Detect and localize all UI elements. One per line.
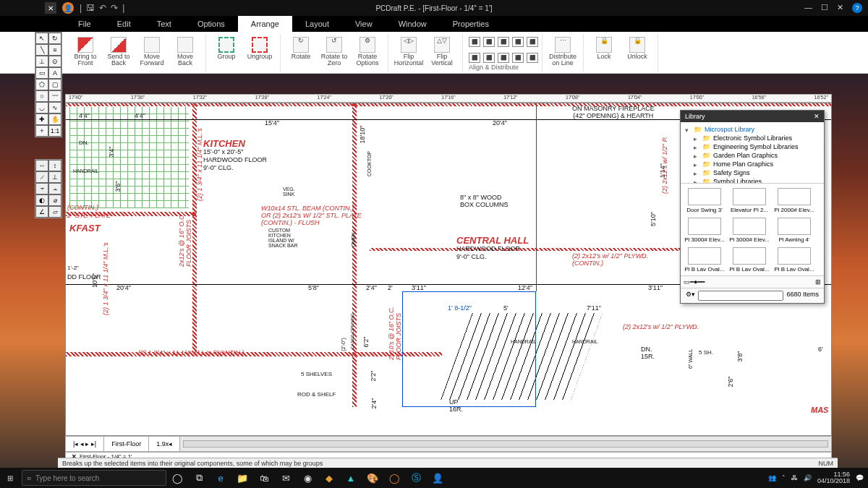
- rad-dim-tool[interactable]: ◐: [35, 194, 48, 206]
- ang-dim-tool[interactable]: ∠: [35, 206, 48, 218]
- menu-file[interactable]: File: [65, 16, 104, 32]
- thumb-item[interactable]: Pl 3000# Elev...: [728, 216, 770, 243]
- group-button[interactable]: Group: [212, 37, 241, 60]
- move-forward-button[interactable]: Move Forward: [137, 37, 166, 67]
- network-icon[interactable]: 🖧: [791, 474, 798, 481]
- chain-dim-tool[interactable]: ⫟: [35, 183, 48, 194]
- chrome-icon[interactable]: ◉: [299, 470, 315, 486]
- thumb-item[interactable]: Pl B Lav Oval...: [773, 246, 815, 273]
- multi-line-tool[interactable]: ≡: [48, 44, 61, 56]
- library-close-button[interactable]: ✕: [814, 113, 820, 120]
- start-button[interactable]: ⊞: [0, 468, 20, 488]
- align-bottom-button[interactable]: ⬛: [469, 53, 480, 63]
- rotate-zero-button[interactable]: ↺Rotate to Zero: [320, 37, 349, 67]
- slope-dim-tool[interactable]: ⟋: [35, 171, 48, 183]
- library-search-input[interactable]: [698, 291, 783, 301]
- hand-tool[interactable]: ✋: [48, 114, 61, 125]
- app-icon-2[interactable]: ▲: [343, 470, 359, 486]
- taskview-icon[interactable]: ⧉: [191, 470, 207, 486]
- undo-icon[interactable]: ↶: [99, 3, 106, 13]
- rotate-tool[interactable]: ↻: [48, 33, 61, 44]
- mail-icon[interactable]: ✉: [278, 470, 294, 486]
- clock[interactable]: 11:56 04/10/2018: [817, 471, 850, 484]
- tab-first-floor[interactable]: First-Floor: [104, 437, 149, 451]
- unlock-button[interactable]: 🔓Unlock: [623, 37, 652, 60]
- align-center-button[interactable]: ⬛: [483, 37, 495, 47]
- ungroup-button[interactable]: Ungroup: [245, 37, 274, 60]
- thumb-item[interactable]: Pl 3000# Elev...: [684, 216, 726, 243]
- rect-tool[interactable]: ▭: [35, 67, 48, 79]
- flip-horizontal-button[interactable]: ◁▷Flip Horizontal: [394, 37, 423, 67]
- horizontal-scrollbar[interactable]: [183, 440, 828, 448]
- send-to-back-button[interactable]: Send to Back: [104, 37, 133, 67]
- thumb-item[interactable]: Pl Awning 4': [773, 216, 815, 243]
- gear-icon[interactable]: ⚙▾: [683, 291, 698, 301]
- distribute-h-button[interactable]: ⬛: [527, 37, 538, 47]
- menu-layout[interactable]: Layout: [292, 16, 342, 32]
- view-toggle-icon[interactable]: ⊞: [815, 278, 821, 286]
- menu-text[interactable]: Text: [144, 16, 184, 32]
- zoom-indicator[interactable]: 1.9x ◂: [149, 437, 180, 451]
- rotate-button[interactable]: ↻Rotate: [286, 37, 315, 60]
- edge-icon[interactable]: e: [213, 470, 229, 486]
- rotate-options-button[interactable]: ⚙Rotate Options: [353, 37, 382, 67]
- app-icon-orange[interactable]: ◯: [386, 470, 402, 486]
- redo-icon[interactable]: ↷: [111, 3, 118, 13]
- base-dim-tool[interactable]: ⫠: [48, 183, 61, 194]
- align-top-button[interactable]: ⬛: [512, 37, 524, 47]
- taskbar-search[interactable]: ○ Type here to search: [22, 470, 166, 486]
- align-grid-button[interactable]: ⬛: [512, 53, 524, 63]
- select-tool[interactable]: ↖: [35, 33, 48, 44]
- thumb-item[interactable]: Pl B Lav Oval...: [684, 246, 726, 273]
- thumb-item[interactable]: Pl B Lav Oval...: [728, 246, 770, 273]
- perp-dim-tool[interactable]: ⊥: [48, 171, 61, 183]
- people-icon[interactable]: 👥: [768, 474, 776, 481]
- dia-dim-tool[interactable]: ⌀: [48, 194, 61, 206]
- freehand-tool[interactable]: 〰: [48, 90, 61, 102]
- close-icon-left[interactable]: ✕: [45, 2, 56, 14]
- text-tool[interactable]: A: [48, 67, 61, 79]
- bring-to-front-button[interactable]: Bring to Front: [71, 37, 100, 67]
- menu-view[interactable]: View: [342, 16, 386, 32]
- skype-icon[interactable]: Ⓢ: [408, 470, 424, 486]
- close-button[interactable]: ✕: [837, 3, 843, 13]
- scale-tool[interactable]: 1:1: [48, 125, 61, 137]
- align-left-button[interactable]: ⬛: [469, 37, 480, 47]
- align-right-button[interactable]: ⬛: [498, 37, 509, 47]
- save-icon[interactable]: 🖫: [86, 3, 95, 13]
- tray-chevron-icon[interactable]: ˄: [782, 474, 786, 481]
- move-back-button[interactable]: Move Back: [171, 37, 200, 67]
- help-button[interactable]: ?: [852, 3, 862, 13]
- slider-icon[interactable]: ▭━●━━: [684, 278, 705, 286]
- thumb-item[interactable]: Elevator Pl 2...: [728, 187, 770, 213]
- line-tool[interactable]: ╲: [35, 44, 48, 56]
- menu-window[interactable]: Window: [386, 16, 440, 32]
- notifications-icon[interactable]: 💬: [856, 474, 864, 481]
- circle-tool[interactable]: ○: [35, 90, 48, 102]
- library-tree[interactable]: ▾📁Microspot Library ▸📁Electronic Symbol …: [681, 122, 824, 184]
- menu-arrange[interactable]: Arrange: [238, 16, 292, 32]
- menu-options[interactable]: Options: [184, 16, 238, 32]
- align-other-button[interactable]: ⬛: [527, 53, 538, 63]
- menu-edit[interactable]: Edit: [104, 16, 144, 32]
- round-rect-tool[interactable]: ▢: [48, 79, 61, 90]
- align-middle-button[interactable]: ⬛: [483, 53, 495, 63]
- minimize-button[interactable]: —: [804, 3, 812, 13]
- hdim-tool[interactable]: ↔: [35, 160, 48, 171]
- paint-icon[interactable]: 🎨: [365, 470, 380, 486]
- distribute-v-button[interactable]: ⬛: [498, 53, 509, 63]
- menu-properties[interactable]: Properties: [440, 16, 502, 32]
- poly-tool[interactable]: ⬠: [35, 79, 48, 90]
- tree-root[interactable]: Microspot Library: [705, 126, 754, 133]
- app-icon[interactable]: ◆: [321, 470, 337, 486]
- maximize-button[interactable]: ☐: [821, 3, 828, 13]
- vdim-tool[interactable]: ↕: [48, 160, 61, 171]
- marker-tool[interactable]: ✚: [35, 114, 48, 125]
- zoom-tool[interactable]: +: [35, 125, 48, 137]
- store-icon[interactable]: 🛍: [256, 470, 272, 486]
- curve-tool[interactable]: ∿: [48, 102, 61, 114]
- pcdraft-icon[interactable]: 👤: [430, 470, 446, 486]
- arc-tool[interactable]: ◡: [35, 102, 48, 114]
- user-avatar[interactable]: 👤: [62, 2, 74, 14]
- volume-icon[interactable]: 🔊: [804, 474, 812, 481]
